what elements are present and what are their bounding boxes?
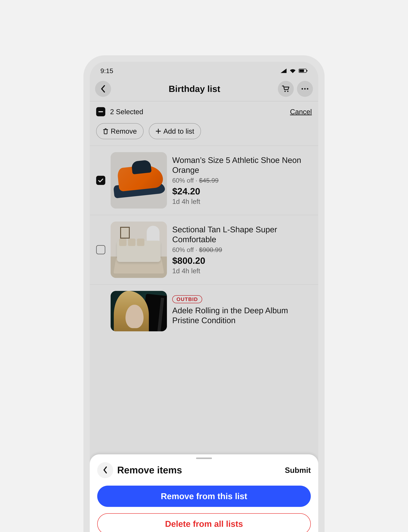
chevron-left-icon	[100, 85, 106, 93]
canvas: 9:15	[0, 0, 408, 532]
item-original-price: $900.99	[199, 246, 222, 253]
cart-button[interactable]	[278, 81, 294, 97]
item-thumbnail	[110, 222, 167, 278]
cancel-selection-link[interactable]: Cancel	[290, 108, 312, 116]
screen: 9:15	[90, 62, 318, 532]
status-icons	[280, 68, 308, 73]
item-original-price: $45.99	[199, 177, 219, 184]
outbid-badge: OUTBID	[172, 295, 202, 303]
item-discount: 60% off	[172, 177, 194, 184]
button-label: Remove from this list	[161, 491, 247, 501]
sheet-title: Remove items	[117, 465, 182, 476]
more-button[interactable]	[297, 81, 313, 97]
plus-icon	[155, 128, 161, 134]
item-subline: 60% off · $45.99	[172, 177, 312, 184]
remove-from-this-list-button[interactable]: Remove from this list	[97, 486, 311, 507]
list-item[interactable]: Sectional Tan L-Shape Super Comfortable …	[90, 215, 318, 284]
remove-items-sheet: Remove items Submit Remove from this lis…	[90, 454, 318, 532]
svg-point-5	[302, 88, 303, 89]
item-checkbox[interactable]	[96, 176, 105, 185]
selection-left: 2 Selected	[96, 107, 143, 116]
sheet-grabber[interactable]	[196, 458, 212, 459]
button-label: Delete from all lists	[165, 519, 243, 529]
add-to-list-chip-label: Add to list	[163, 127, 194, 135]
item-price: $800.20	[172, 255, 312, 266]
separator-dot: ·	[196, 177, 197, 184]
item-timeleft: 1d 4h left	[172, 267, 312, 275]
items-list: Woman’s Size 5 Athletic Shoe Neon Orange…	[90, 146, 318, 338]
item-thumbnail	[110, 291, 167, 331]
item-title: Sectional Tan L-Shape Super Comfortable	[172, 225, 312, 244]
svg-point-4	[287, 91, 289, 92]
item-thumbnail	[110, 152, 167, 209]
nav-bar: Birthday list	[90, 80, 318, 101]
minus-icon	[98, 111, 103, 112]
svg-point-3	[284, 91, 286, 92]
list-item[interactable]: Woman’s Size 5 Athletic Shoe Neon Orange…	[90, 146, 318, 215]
battery-icon	[299, 69, 308, 73]
item-subline: 60% off · $900.99	[172, 246, 312, 253]
item-info: OUTBID Adele Rolling in the Deep Album P…	[172, 295, 312, 327]
bulk-action-chips: Remove Add to list	[90, 118, 318, 146]
status-time: 9:15	[100, 67, 113, 75]
selection-bar: 2 Selected Cancel	[90, 101, 318, 118]
select-all-indeterminate[interactable]	[96, 107, 105, 116]
item-title: Adele Rolling in the Deep Album Pristine…	[172, 306, 312, 325]
sheet-header-left: Remove items	[97, 462, 182, 478]
back-button[interactable]	[95, 81, 111, 97]
sheet-submit-button[interactable]: Submit	[285, 466, 311, 475]
svg-rect-2	[299, 70, 304, 72]
more-horizontal-icon	[301, 88, 309, 90]
sheet-header: Remove items Submit	[97, 462, 311, 478]
status-bar: 9:15	[90, 62, 318, 80]
remove-chip[interactable]: Remove	[96, 123, 144, 139]
list-item[interactable]: OUTBID Adele Rolling in the Deep Album P…	[90, 284, 318, 338]
nav-left	[95, 81, 111, 97]
item-checkbox[interactable]	[96, 245, 105, 254]
wifi-icon	[289, 68, 296, 73]
cart-icon	[282, 85, 290, 93]
sheet-back-button[interactable]	[97, 462, 113, 478]
chevron-left-icon	[102, 466, 108, 474]
svg-rect-1	[307, 70, 307, 71]
nav-right	[278, 81, 313, 97]
page-title: Birthday list	[169, 84, 220, 94]
add-to-list-chip[interactable]: Add to list	[149, 123, 201, 139]
selected-count: 2 Selected	[110, 108, 143, 116]
svg-point-6	[304, 88, 306, 89]
phone-frame: 9:15	[83, 55, 325, 532]
cellular-icon	[280, 68, 287, 73]
trash-icon	[103, 128, 108, 134]
item-discount: 60% off	[172, 246, 194, 253]
item-info: Woman’s Size 5 Athletic Shoe Neon Orange…	[172, 155, 312, 205]
remove-chip-label: Remove	[111, 127, 137, 135]
item-price: $24.20	[172, 186, 312, 196]
item-timeleft: 1d 4h left	[172, 198, 312, 205]
item-title: Woman’s Size 5 Athletic Shoe Neon Orange	[172, 155, 312, 175]
delete-from-all-lists-button[interactable]: Delete from all lists	[97, 513, 311, 532]
item-info: Sectional Tan L-Shape Super Comfortable …	[172, 225, 312, 275]
svg-point-7	[307, 88, 308, 89]
separator-dot: ·	[196, 246, 197, 253]
